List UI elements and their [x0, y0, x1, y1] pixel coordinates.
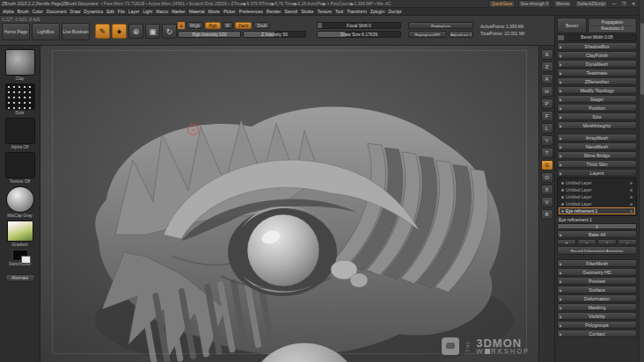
bake-all-button[interactable]: Bake All	[557, 230, 637, 238]
menu-item[interactable]: Light	[143, 9, 152, 14]
transparency-icon[interactable]: T	[541, 148, 553, 158]
layers-header[interactable]: Layers	[557, 169, 637, 177]
slime-bridge-button[interactable]: Slime Bridge	[557, 151, 637, 159]
meshintegrity-button[interactable]: MeshIntegrity	[557, 121, 637, 129]
masking-button[interactable]: Masking	[557, 303, 637, 311]
lightbox-button[interactable]: LightBox	[32, 23, 60, 40]
tray-scrollbar[interactable]	[639, 0, 644, 362]
layer-visibility-icon[interactable]	[561, 189, 564, 192]
current-material-thumbnail[interactable]	[6, 186, 34, 213]
alternate-button[interactable]: Alternate	[5, 274, 35, 282]
solo-icon[interactable]: O	[541, 172, 553, 183]
menus-toggle[interactable]: Menus	[553, 0, 572, 8]
menu-item[interactable]: Dynamics	[84, 9, 103, 14]
close-button[interactable]: ✕	[630, 1, 637, 6]
menu-item[interactable]: Tool	[335, 9, 343, 14]
current-brush-thumbnail[interactable]	[5, 49, 35, 76]
scroll-doc-icon[interactable]: S	[541, 49, 553, 60]
claypolish-button[interactable]: ClayPolish	[557, 51, 637, 59]
floor-grid-icon[interactable]: F	[541, 111, 553, 121]
preview-button[interactable]: Preview	[557, 277, 637, 285]
propagation-button[interactable]: Propagation	[589, 19, 635, 25]
ghost-icon[interactable]: G	[541, 160, 553, 170]
move-layer-up-button[interactable]: ↑	[597, 239, 617, 245]
size-button[interactable]: Size	[557, 112, 637, 120]
menu-item[interactable]: Material	[189, 9, 205, 14]
stager-button[interactable]: Stager	[557, 95, 637, 103]
thick-skin-button[interactable]: Thick Skin	[557, 160, 637, 168]
home-page-button[interactable]: Home Page	[2, 23, 30, 40]
menu-item[interactable]: Brush	[18, 9, 29, 14]
local-transform-icon[interactable]: L	[541, 123, 553, 134]
document-canvas[interactable]: THE 3DMON W RKSHOP	[40, 46, 538, 362]
minimize-button[interactable]: —	[611, 1, 618, 6]
bevel-width-slider[interactable]: Bevel Width 0.05	[557, 34, 637, 41]
nanomesh-button[interactable]: NanoMesh	[557, 142, 637, 150]
new-layer-button[interactable]: +	[557, 239, 576, 245]
menu-item[interactable]: Preferences	[239, 9, 263, 14]
replay-last-button[interactable]: ReplayLast	[408, 22, 473, 29]
menu-item[interactable]: Zplugin	[370, 9, 384, 14]
layer-record-icon[interactable]	[630, 182, 633, 185]
record-deformation-button[interactable]: Record Deformation Animation	[557, 246, 637, 255]
current-stroke-thumbnail[interactable]	[5, 83, 35, 110]
edit-mode-icon[interactable]: ✎	[95, 24, 110, 39]
frame-icon[interactable]: V	[541, 197, 553, 207]
layer-record-icon[interactable]	[630, 189, 633, 192]
layer-visibility-icon[interactable]	[561, 196, 564, 199]
layer-row[interactable]: Untitled Layer	[559, 186, 635, 193]
zremesher-button[interactable]: ZRemesher	[557, 77, 637, 85]
aa-half-icon[interactable]: H	[541, 86, 553, 97]
layer-record-icon[interactable]	[630, 196, 633, 199]
default-zscript-button[interactable]: DefaultZScript	[574, 0, 608, 8]
layer-row[interactable]: Untitled Layer	[559, 200, 635, 207]
live-boolean-button[interactable]: Live Boolean	[62, 23, 90, 40]
menu-item[interactable]: Edit	[106, 9, 114, 14]
layer-record-icon[interactable]	[630, 203, 633, 206]
move-layer-down-button[interactable]: ↓	[618, 239, 637, 245]
layer-record-icon[interactable]	[630, 210, 633, 213]
focal-shift-slider[interactable]: Focal Shift 0	[317, 22, 401, 29]
switch-color-swatch[interactable]	[12, 250, 28, 261]
move-mode-icon[interactable]: ⊕	[128, 24, 143, 39]
replay-last-rif-button[interactable]: ReplayLastRIF	[408, 31, 447, 38]
rgb-button[interactable]: Rgb	[205, 22, 220, 29]
perspective-icon[interactable]: P	[541, 98, 553, 109]
rotate-mode-icon[interactable]: ↻	[162, 24, 177, 39]
deformation-button[interactable]: Deformation	[557, 294, 637, 302]
tessimate-button[interactable]: Tessimate	[557, 69, 637, 76]
menu-item[interactable]: Layer	[128, 9, 140, 14]
delete-layer-button[interactable]: −	[577, 239, 596, 245]
dynamesh-button[interactable]: DynaMesh	[557, 60, 637, 68]
visibility-button[interactable]: Visibility	[557, 312, 637, 320]
menu-item[interactable]: File	[118, 9, 125, 14]
current-texture-thumbnail[interactable]	[5, 152, 35, 178]
draw-size-slider[interactable]: Draw Size 6.17639	[317, 31, 401, 38]
current-alpha-thumbnail[interactable]	[5, 118, 35, 144]
menu-item[interactable]: Draw	[70, 9, 81, 14]
layer-intensity-slider[interactable]: 1	[557, 223, 637, 229]
menu-item[interactable]: Stencil	[284, 9, 297, 14]
modify-topology-button[interactable]: Modify Topology	[557, 86, 637, 94]
bevel-button[interactable]: Bevel	[557, 18, 587, 33]
actual-size-icon[interactable]: A	[541, 74, 553, 84]
geometry-hd-button[interactable]: Geometry HD	[557, 268, 637, 276]
position-button[interactable]: Position	[557, 104, 637, 112]
resolution-slider[interactable]: Resolution 0	[589, 26, 635, 33]
m-button[interactable]: M	[223, 22, 233, 29]
zadd-button[interactable]: Zadd	[235, 22, 252, 29]
zsub-button[interactable]: Zsub	[253, 22, 270, 29]
menu-item[interactable]: Render	[267, 9, 281, 14]
draw-mode-icon[interactable]: ●	[112, 24, 127, 39]
menu-item[interactable]: Marker	[172, 9, 186, 14]
color-picker[interactable]	[7, 221, 33, 242]
see-through-slider[interactable]: See-through 0	[518, 0, 552, 8]
fibermesh-button[interactable]: FiberMesh	[557, 259, 637, 267]
local-symmetry-icon[interactable]: Y	[541, 135, 553, 146]
scale-mode-icon[interactable]: ▣	[145, 24, 160, 39]
layer-row[interactable]: Untitled Layer	[559, 193, 635, 200]
layer-row[interactable]: Untitled Layer	[559, 179, 635, 186]
rgb-intensity-slider[interactable]: Rgb Intensity 100	[178, 31, 241, 38]
restore-button[interactable]: ❐	[620, 1, 627, 6]
menu-item[interactable]: Stroke	[301, 9, 313, 14]
